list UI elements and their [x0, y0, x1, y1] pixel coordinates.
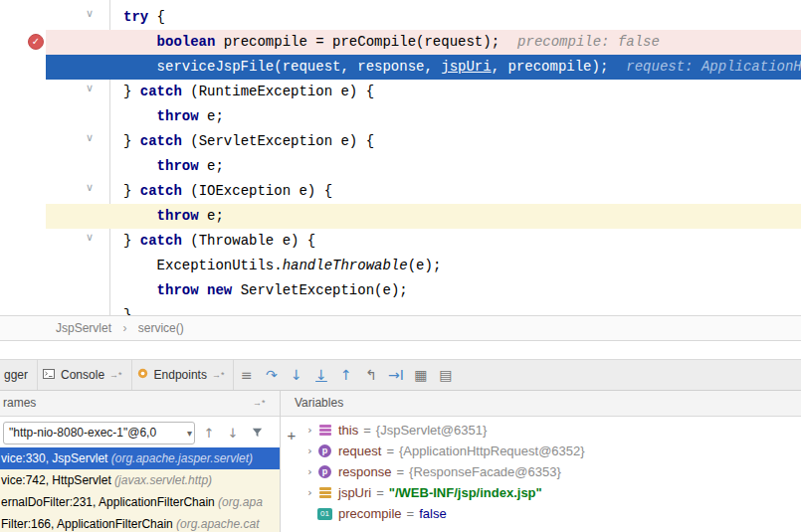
step-into-icon[interactable]: ↓: [284, 360, 308, 390]
code-text: } catch (IOException e) {: [123, 179, 332, 204]
drop-frame-icon[interactable]: ↰: [358, 360, 383, 390]
code-text: } catch (Throwable e) {: [123, 229, 315, 254]
view-options-icon[interactable]: ▤: [433, 360, 458, 390]
fold-marker-icon[interactable]: ∨: [86, 231, 94, 244]
variable-row[interactable]: 01precompile=false: [302, 503, 801, 524]
tab-endpoints[interactable]: Endpoints→*: [132, 360, 234, 390]
breadcrumb-class[interactable]: JspServlet: [56, 321, 111, 335]
tab-label: gger: [4, 368, 28, 382]
value-icon: [317, 424, 332, 438]
param-icon: p: [317, 444, 332, 458]
code-line[interactable]: ∨} catch (Throwable e) {: [0, 229, 801, 254]
tab-gger[interactable]: gger: [0, 360, 37, 390]
variable-value: "/WEB-INF/jsp/index.jsp": [389, 485, 542, 500]
equals-sign: =: [358, 423, 376, 438]
string-icon: [317, 486, 332, 500]
code-line[interactable]: ExceptionUtils.handleThrowable(e);: [0, 254, 801, 278]
frame-package: (org.apache.jasper.servlet): [111, 451, 253, 465]
equals-sign: =: [402, 506, 420, 521]
variable-name: this: [338, 423, 358, 438]
expand-chevron-icon[interactable]: ›: [302, 444, 317, 457]
code-line[interactable]: ∨try {: [0, 5, 801, 30]
code-line[interactable]: ∨} catch (IOException e) {: [0, 179, 801, 204]
variables-toolbar: +: [281, 417, 302, 532]
breakpoint-icon[interactable]: ✓: [28, 34, 44, 50]
panel-headers: rames →* Variables: [0, 391, 801, 417]
variable-name: response: [338, 464, 391, 479]
stack-frame-row[interactable]: vice:330, JspServlet (org.apache.jasper.…: [0, 447, 280, 469]
code-line[interactable]: throw e;: [0, 204, 801, 229]
breadcrumb: JspServlet › service(): [0, 315, 801, 341]
filter-icon[interactable]: [249, 426, 265, 442]
code-text: throw e;: [123, 204, 224, 229]
thread-name: "http-nio-8080-exec-1"@6,0: [9, 426, 156, 440]
frames-panel-title: rames: [3, 391, 36, 416]
code-line[interactable]: ∨} catch (RuntimeException e) {: [0, 80, 801, 104]
expand-chevron-icon[interactable]: ›: [302, 486, 317, 499]
variables-panel-title: Variables: [295, 391, 343, 416]
variable-value: {ApplicationHttpRequest@6352}: [399, 443, 585, 458]
code-text: throw e;: [123, 104, 224, 129]
frame-package: (org.apache.cat: [176, 517, 259, 531]
new-output-badge: →*: [109, 370, 122, 380]
equals-sign: =: [391, 464, 409, 479]
code-editor[interactable]: ∨try {✓ boolean precompile = preCompile(…: [0, 0, 801, 315]
code-text: throw e;: [123, 154, 224, 179]
code-text: throw new ServletException(e);: [123, 278, 408, 303]
code-text: boolean precompile = preCompile(request)…: [123, 30, 660, 55]
stack-frame-row[interactable]: ernalDoFilter:231, ApplicationFilterChai…: [0, 491, 280, 513]
fold-marker-icon[interactable]: ∨: [86, 181, 94, 194]
variables-tree: ›this={JspServlet@6351}›prequest={Applic…: [302, 420, 801, 524]
force-step-into-icon[interactable]: ↓: [308, 360, 333, 390]
expand-chevron-icon[interactable]: ›: [302, 465, 317, 478]
add-watch-button[interactable]: +: [281, 427, 302, 443]
variable-row[interactable]: ›this={JspServlet@6351}: [302, 420, 801, 441]
fold-marker-icon[interactable]: ∨: [86, 7, 94, 20]
variable-value: {JspServlet@6351}: [376, 423, 488, 438]
stack-frame-row[interactable]: Filter:166, ApplicationFilterChain (org.…: [0, 513, 280, 532]
layout-settings-icon[interactable]: ≡: [234, 360, 259, 390]
code-text: } catch (ServletException e) {: [123, 129, 374, 154]
code-line[interactable]: throw new ServletException(e);: [0, 278, 801, 303]
frame-location: ernalDoFilter:231, ApplicationFilterChai…: [1, 495, 218, 509]
evaluate-expression-icon[interactable]: ▦: [408, 360, 433, 390]
variable-name: request: [338, 443, 381, 458]
variable-row[interactable]: ›prequest={ApplicationHttpRequest@6352}: [302, 441, 801, 461]
next-frame-icon[interactable]: ↓: [225, 426, 241, 441]
frame-location: vice:742, HttpServlet: [1, 473, 114, 487]
endpoints-icon: [136, 367, 149, 383]
code-lines: ∨try {✓ boolean precompile = preCompile(…: [0, 5, 801, 315]
ide-debug-window: ∨try {✓ boolean precompile = preCompile(…: [0, 0, 801, 532]
code-line[interactable]: ∨} catch (ServletException e) {: [0, 129, 801, 154]
code-text: } catch (RuntimeException e) {: [123, 80, 374, 104]
debug-tab-strip: ggerConsole→*Endpoints→*≡↷↓↓↑↰→I▦▤: [0, 359, 801, 391]
code-line[interactable]: serviceJspFile(request, response, jspUri…: [0, 55, 801, 80]
variable-row[interactable]: ›presponse={ResponseFacade@6353}: [302, 461, 801, 482]
code-line[interactable]: ✓ boolean precompile = preCompile(reques…: [0, 30, 801, 55]
frames-header-badge: →*: [253, 398, 266, 408]
tab-label: Endpoints: [154, 368, 207, 382]
new-output-badge: →*: [212, 370, 225, 380]
code-text: ExceptionUtils.handleThrowable(e);: [123, 254, 441, 278]
code-line[interactable]: throw e;: [0, 154, 801, 179]
step-over-icon[interactable]: ↷: [259, 360, 284, 390]
breadcrumb-method[interactable]: service(): [138, 321, 184, 335]
frame-location: vice:330, JspServlet: [1, 451, 111, 465]
tab-label: Console: [61, 368, 104, 382]
previous-frame-icon[interactable]: ↑: [201, 426, 217, 441]
fold-marker-icon[interactable]: ∨: [86, 131, 94, 144]
code-text: }: [123, 303, 131, 315]
equals-sign: =: [371, 485, 389, 500]
fold-marker-icon[interactable]: ∨: [86, 82, 94, 94]
code-line[interactable]: throw e;: [0, 104, 801, 129]
equals-sign: =: [381, 443, 399, 458]
tab-console[interactable]: Console→*: [38, 360, 131, 390]
code-line[interactable]: }: [0, 303, 801, 315]
thread-selector-dropdown[interactable]: "http-nio-8080-exec-1"@6,0 ▾: [3, 422, 195, 444]
expand-chevron-icon[interactable]: ›: [302, 424, 317, 437]
run-to-cursor-icon[interactable]: →I: [383, 360, 408, 390]
chevron-down-icon: ▾: [187, 423, 192, 443]
stack-frame-row[interactable]: vice:742, HttpServlet (javax.servlet.htt…: [0, 469, 280, 491]
variable-row[interactable]: ›jspUri="/WEB-INF/jsp/index.jsp": [302, 482, 801, 503]
step-out-icon[interactable]: ↑: [333, 360, 358, 390]
